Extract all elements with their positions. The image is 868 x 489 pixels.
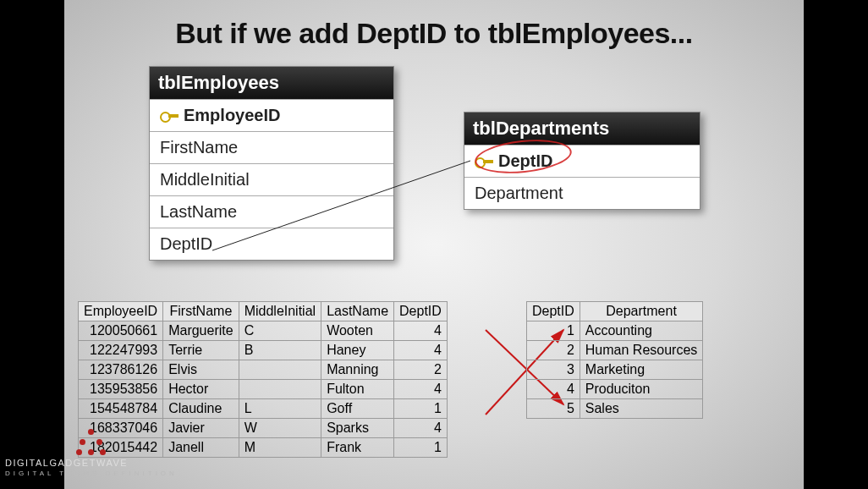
table-row: 120050661MargueriteCWooten4 (79, 321, 448, 341)
key-icon (160, 110, 179, 122)
slide-title: But if we add DeptID to tblEmployees... (64, 17, 804, 50)
col-header: LastName (321, 302, 394, 321)
schema-table-employees: tblEmployees EmployeeID FirstName Middle… (149, 66, 394, 261)
col-header: Department (580, 302, 703, 321)
schema-field: LastName (150, 195, 393, 228)
table-row: 1Accounting (527, 321, 703, 341)
schema-field: EmployeeID (150, 99, 393, 131)
schema-field: Department (464, 177, 700, 209)
schema-header: tblDepartments (464, 113, 700, 145)
col-header: FirstName (163, 302, 239, 321)
col-header: DeptID (527, 302, 580, 321)
table-row: 4Produciton (527, 380, 703, 399)
col-header: MiddleInitial (239, 302, 321, 321)
department-data-table: DeptID Department 1Accounting 2Human Res… (526, 301, 703, 419)
schema-field: DeptID (150, 228, 393, 260)
schema-field: FirstName (150, 131, 393, 163)
table-row: 3Marketing (527, 360, 703, 380)
field-label: DeptID (160, 234, 212, 254)
table-row: 135953856HectorFulton4 (79, 380, 448, 399)
logo-text: DIGITALGADGETWAVE (5, 458, 178, 468)
table-row: 154548784ClaudineLGoff1 (79, 399, 448, 419)
slide-canvas: But if we add DeptID to tblEmployees... … (64, 0, 804, 489)
field-label: Department (475, 184, 563, 203)
field-label: LastName (160, 202, 237, 222)
logo-subtext: DIGITAL TERMS DEFINITION (5, 470, 178, 477)
field-label: FirstName (160, 138, 238, 157)
table-row: 5Sales (527, 399, 703, 419)
field-label: MiddleInitial (160, 170, 250, 190)
col-header: EmployeeID (79, 302, 163, 321)
table-row: 122247993TerrieBHaney4 (79, 341, 448, 360)
watermark-logo: DIGITALGADGETWAVE DIGITAL TERMS DEFINITI… (5, 429, 178, 477)
schema-field: MiddleInitial (150, 163, 393, 195)
schema-header: tblEmployees (150, 67, 393, 99)
col-header: DeptID (394, 302, 448, 321)
table-row: 123786126ElvisManning2 (79, 360, 448, 380)
logo-icon (76, 429, 107, 454)
table-row: 2Human Resources (527, 341, 703, 360)
field-label: EmployeeID (184, 106, 280, 125)
